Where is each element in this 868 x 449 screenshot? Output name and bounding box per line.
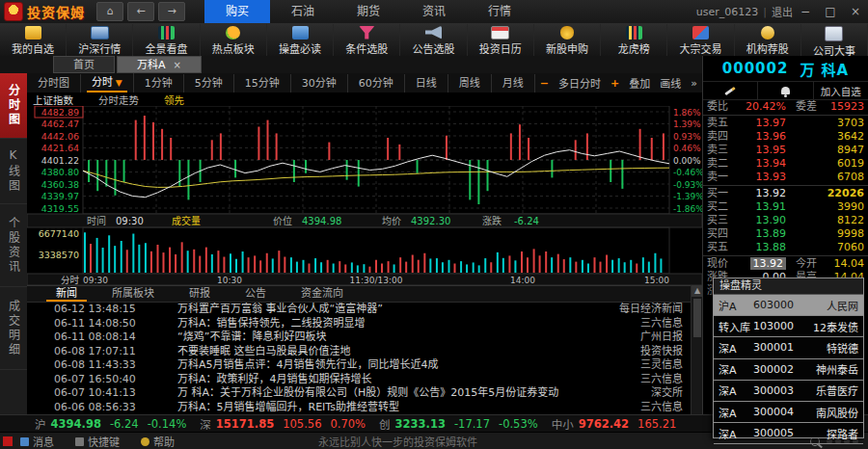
- news-row[interactable]: 06-08 11:43:33万科A5月销售点评：4月销售领先行业，同比增长近4成…: [27, 358, 691, 373]
- period-周线[interactable]: 周线: [448, 74, 492, 92]
- news-tab-资金流向[interactable]: 资金流向: [284, 286, 361, 302]
- svg-text:时间: 时间: [87, 215, 106, 226]
- back-icon[interactable]: ←: [127, 2, 154, 21]
- status-快捷键[interactable]: 快捷键: [75, 434, 120, 449]
- order-level-row: 买四13.899998: [703, 227, 868, 241]
- status-消息[interactable]: 消息: [20, 434, 54, 449]
- market-label: 深A: [719, 383, 753, 398]
- news-tab-新闻[interactable]: 新闻: [39, 286, 95, 302]
- news-title: 万科A：5月销售增幅回升，REITs助推经营转型: [177, 401, 575, 415]
- sidebar-item-个股资讯[interactable]: 个股资讯: [0, 204, 27, 287]
- toolbar-我的自选[interactable]: 我的自选: [0, 24, 67, 56]
- order-level-row: 买五13.887060: [703, 241, 868, 254]
- status-帮助[interactable]: 帮助: [141, 434, 175, 449]
- period-1分钟[interactable]: 1分钟: [134, 74, 184, 92]
- toolbar-沪深行情[interactable]: 沪深行情: [67, 24, 133, 56]
- tab-close-icon[interactable]: ×: [174, 60, 181, 70]
- sidebar-item-分时图[interactable]: 分时图: [0, 73, 27, 139]
- period-分时[interactable]: 分时 ▼: [81, 73, 134, 92]
- forward-icon[interactable]: →: [158, 2, 185, 21]
- draw-line-button[interactable]: 画线: [660, 75, 681, 91]
- level-label: 买一: [707, 187, 736, 200]
- period-月线[interactable]: 月线: [492, 74, 535, 92]
- svg-text:09:30: 09:30: [116, 216, 144, 226]
- toolbar-操盘必读[interactable]: 操盘必读: [267, 24, 334, 56]
- popup-stock-row[interactable]: 深A300003乐普医疗: [714, 381, 863, 402]
- news-tab-研报[interactable]: 研报: [172, 286, 228, 302]
- index-深[interactable]: 深15171.85105.560.70%: [200, 416, 366, 432]
- toolbar-新股申购[interactable]: 新股申购: [534, 24, 601, 56]
- news-row[interactable]: 06-08 17:07:11不要装睡眠 这些白马股最具价值洼地投资快报: [27, 345, 691, 359]
- news-row[interactable]: 06-12 13:48:15万科置产百万富翁 事业合伙人成“造富神器”每日经济新…: [27, 303, 691, 317]
- restore-icon[interactable]: □: [818, 5, 843, 18]
- period-15分钟[interactable]: 15分钟: [234, 74, 291, 92]
- news-tab-所属板块[interactable]: 所属板块: [95, 286, 172, 302]
- menu-item-购买[interactable]: 购买: [204, 0, 270, 23]
- popup-stock-row[interactable]: 深A300001特锐德: [714, 337, 863, 358]
- index-沪[interactable]: 沪4394.98-6.24-0.14%: [35, 416, 186, 432]
- minus-button[interactable]: −: [540, 77, 549, 90]
- toolbar-龙虎榜[interactable]: 龙虎榜: [601, 24, 667, 56]
- news-row[interactable]: 06-07 10:41:13万 科A：关于万科企业股份有限公司（H股）规则《公告…: [27, 386, 691, 401]
- tab-首页[interactable]: 首页: [53, 56, 115, 73]
- add-watchlist-button[interactable]: 加入自选: [814, 82, 868, 99]
- toolbar-热点板块[interactable]: 热点板块: [201, 24, 267, 56]
- toolbar-公告选股[interactable]: 公告选股: [400, 24, 467, 56]
- order-level-row: 卖四13.963642: [703, 130, 868, 144]
- menu-item-资讯[interactable]: 资讯: [401, 0, 467, 23]
- popup-title[interactable]: 操盘精灵: [714, 278, 863, 295]
- home-icon[interactable]: ⌂: [96, 2, 123, 21]
- period-分时图[interactable]: 分时图: [27, 74, 81, 92]
- toolbar-大宗交易[interactable]: 大宗交易: [667, 24, 734, 56]
- toolbar-条件选股[interactable]: 条件选股: [334, 24, 400, 56]
- popup-stock-row[interactable]: 深A300002神州泰岳: [714, 359, 863, 381]
- popup-stock-row[interactable]: 转入库10300012泰发债: [714, 316, 863, 337]
- plus-button[interactable]: +: [610, 77, 619, 90]
- level-price: 13.89: [736, 227, 786, 241]
- menu-item-行情[interactable]: 行情: [467, 0, 532, 23]
- toolbar-投资日历[interactable]: 投资日历: [468, 24, 534, 56]
- popup-stock-row[interactable]: 深A300004南风股份: [714, 402, 863, 423]
- period-日线[interactable]: 日线: [405, 74, 448, 92]
- toolbar-机构荐股[interactable]: 机构荐股: [735, 24, 801, 56]
- menu-item-石油[interactable]: 石油: [270, 0, 336, 23]
- level-label: 卖四: [707, 130, 736, 144]
- news-tab-公告[interactable]: 公告: [228, 286, 284, 302]
- overlay-button[interactable]: 叠加: [629, 75, 650, 91]
- sidebar-item-成交明细[interactable]: 成交明细: [0, 287, 27, 370]
- close-icon[interactable]: ×: [843, 5, 868, 18]
- alert-button[interactable]: [758, 82, 813, 99]
- sidebar-item-K线图[interactable]: K线图: [0, 139, 27, 204]
- toolbar-全景看盘[interactable]: 全景看盘: [133, 24, 200, 56]
- index-创[interactable]: 创3233.13-17.17-0.53%: [379, 416, 538, 432]
- edit-button[interactable]: [703, 82, 758, 99]
- period-60分钟[interactable]: 60分钟: [348, 74, 405, 92]
- popup-stock-row[interactable]: 沪A603000人民网: [714, 295, 863, 316]
- news-row[interactable]: 06-11 08:08:14“烧鸡”不靠谱：降息利好四板块广州日报: [27, 330, 691, 345]
- menu-item-期货[interactable]: 期货: [336, 0, 401, 23]
- timeshare-chart[interactable]: 4482.891.86%4462.471.39%4442.060.93%4421…: [27, 106, 702, 285]
- svg-text:分时: 分时: [61, 275, 80, 285]
- logout-link[interactable]: 退出: [772, 4, 793, 19]
- svg-text:4319.55: 4319.55: [41, 203, 79, 214]
- toolbar: 我的自选沪深行情全景看盘热点板块操盘必读条件选股公告选股投资日历新股申购龙虎榜大…: [0, 23, 868, 57]
- toolbar-公司大事[interactable]: 公司大事: [801, 24, 868, 56]
- stock-code: 300004: [753, 406, 803, 418]
- minimize-icon[interactable]: −: [793, 5, 818, 18]
- news-row[interactable]: 06-11 14:08:50万科A：销售保持领先，二线投资明显增三六信息: [27, 317, 691, 331]
- tab-万科A[interactable]: 万科A×: [117, 56, 202, 73]
- more-icon[interactable]: »: [691, 77, 697, 90]
- popup-stock-list: 沪A603000人民网转入库10300012泰发债深A300001特锐德深A30…: [714, 295, 863, 444]
- news-row[interactable]: 06-06 08:56:33万科A：5月销售增幅回升，REITs助推经营转型三六…: [27, 401, 691, 415]
- svg-text:4462.47: 4462.47: [41, 119, 79, 129]
- index-change: 165.21: [637, 417, 676, 431]
- index-中小[interactable]: 中小9762.42165.21: [552, 416, 686, 432]
- multi-day-label[interactable]: 多日分时: [558, 75, 601, 91]
- period-5分钟[interactable]: 5分钟: [184, 74, 234, 92]
- period-30分钟[interactable]: 30分钟: [291, 74, 348, 92]
- news-row[interactable]: 06-07 16:50:40万科A：政策利好，4月销售如期保持增长三六信息: [27, 373, 691, 387]
- level-volume: 9998: [786, 227, 864, 241]
- popup-stock-row[interactable]: 深A300005探路者: [714, 423, 863, 444]
- scroll-thumb[interactable]: [693, 299, 701, 337]
- book-icon: [292, 26, 309, 40]
